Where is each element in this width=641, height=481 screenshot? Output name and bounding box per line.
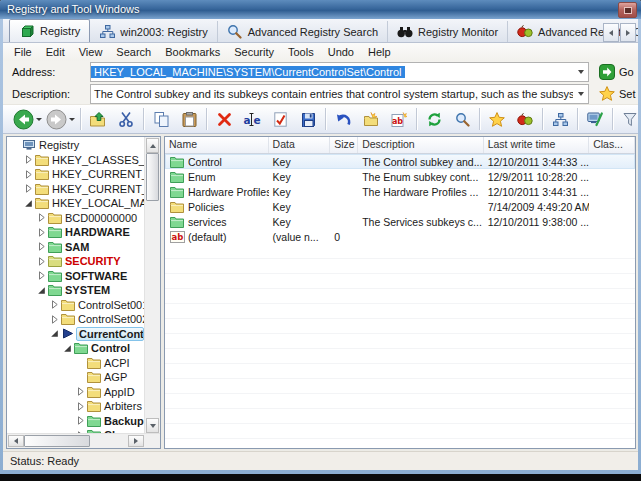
description-dropdown-button[interactable]: [573, 85, 588, 103]
expand-toggle[interactable]: [75, 387, 86, 396]
scroll-left-button[interactable]: [8, 435, 24, 447]
scroll-right-button[interactable]: [128, 435, 144, 447]
tree-item-currentcontrolset[interactable]: CurrentControlSet: [7, 327, 144, 342]
tree-item-software[interactable]: SOFTWARE: [7, 269, 144, 284]
menu-bookmarks[interactable]: Bookmarks: [158, 44, 227, 60]
column-header-name[interactable]: Name: [165, 137, 269, 153]
tab-scroll-right-button[interactable]: [620, 23, 636, 42]
compare-button[interactable]: [511, 106, 539, 132]
tree-item-bcd00000000[interactable]: BCD00000000: [7, 211, 144, 226]
column-header-size[interactable]: Size: [330, 137, 358, 153]
description-combobox[interactable]: The Control subkey and its subkeys conta…: [90, 84, 589, 104]
tab-advanced-registry-search[interactable]: Advanced Registry Search: [218, 21, 388, 42]
tab-win2003-registry[interactable]: win2003: Registry: [90, 21, 217, 42]
refresh-button[interactable]: [420, 106, 448, 132]
menu-undo[interactable]: Undo: [321, 44, 361, 60]
address-dropdown-button[interactable]: [573, 63, 588, 81]
tree-item-acpi[interactable]: ACPI: [7, 356, 144, 371]
expand-toggle[interactable]: [62, 344, 73, 353]
delete-button[interactable]: [210, 106, 238, 132]
expand-toggle[interactable]: [75, 402, 86, 411]
back-button[interactable]: [11, 106, 44, 132]
column-header-description[interactable]: Description: [358, 137, 483, 153]
tab-registry-monitor[interactable]: Registry Monitor: [388, 21, 508, 42]
set-button[interactable]: Set: [599, 86, 636, 101]
menu-help[interactable]: Help: [361, 44, 398, 60]
network-connect-button[interactable]: [546, 106, 574, 132]
tree-item-controlset002[interactable]: ControlSet002: [7, 312, 144, 327]
new-value-button[interactable]: ab: [385, 106, 413, 132]
expand-toggle[interactable]: [49, 300, 60, 309]
column-header-clas[interactable]: Clas...: [589, 137, 635, 153]
rename-button[interactable]: ae: [238, 106, 266, 132]
tree-item-hkey-current-user[interactable]: HKEY_CURRENT_USER: [7, 182, 144, 197]
search-button[interactable]: [448, 106, 476, 132]
menu-view[interactable]: View: [72, 44, 110, 60]
tree-item-sam[interactable]: SAM: [7, 240, 144, 255]
save-button[interactable]: [294, 106, 322, 132]
tree-item-appid[interactable]: AppID: [7, 385, 144, 400]
validate-button[interactable]: [266, 106, 294, 132]
list-row-default[interactable]: ab(default)(value n...0: [165, 229, 635, 244]
tree-horizontal-scrollbar[interactable]: [7, 433, 160, 448]
tree-vertical-scrollbar[interactable]: [144, 137, 160, 434]
expand-toggle[interactable]: [23, 184, 34, 193]
menu-tools[interactable]: Tools: [281, 44, 321, 60]
expand-toggle[interactable]: [23, 170, 34, 179]
new-key-button[interactable]: [357, 106, 385, 132]
cut-button[interactable]: [112, 106, 140, 132]
tree-item-hkey-current-config[interactable]: HKEY_CURRENT_CONFIG: [7, 167, 144, 182]
tab-scroll-left-button[interactable]: [603, 23, 619, 42]
undo-button[interactable]: [329, 106, 357, 132]
favorites-button[interactable]: [483, 106, 511, 132]
tree-item-control[interactable]: Control: [7, 341, 144, 356]
scroll-down-button[interactable]: [146, 418, 159, 433]
menu-security[interactable]: Security: [227, 44, 281, 60]
tree-item-registry[interactable]: Registry: [7, 138, 144, 153]
tree-item-hardware[interactable]: HARDWARE: [7, 225, 144, 240]
list-row-enum[interactable]: EnumKeyThe Enum subkey cont...12/9/2011 …: [165, 169, 635, 184]
expand-toggle[interactable]: [75, 416, 86, 425]
expand-toggle[interactable]: [36, 228, 47, 237]
menu-edit[interactable]: Edit: [39, 44, 72, 60]
tree-item-label: Arbiters: [102, 400, 144, 412]
go-button[interactable]: Go: [599, 64, 634, 80]
expand-toggle[interactable]: [36, 286, 47, 295]
expand-toggle[interactable]: [49, 315, 60, 324]
paste-button[interactable]: [175, 106, 203, 132]
expand-toggle[interactable]: [36, 257, 47, 266]
list-row-policies[interactable]: PoliciesKey7/14/2009 4:49:20 AM: [165, 199, 635, 214]
up-folder-button[interactable]: [84, 106, 112, 132]
expand-toggle[interactable]: [49, 329, 60, 338]
tree-item-hkey-classes-root[interactable]: HKEY_CLASSES_ROOT: [7, 153, 144, 168]
filter-button[interactable]: [616, 106, 638, 132]
list-row-services[interactable]: servicesKeyThe Services subkeys c...12/1…: [165, 214, 635, 229]
copy-button[interactable]: [147, 106, 175, 132]
tree-item-security[interactable]: SECURITY: [7, 254, 144, 269]
tree-item-agp[interactable]: AGP: [7, 370, 144, 385]
expand-toggle[interactable]: [23, 199, 34, 208]
expand-toggle[interactable]: [36, 213, 47, 222]
menu-file[interactable]: File: [7, 44, 39, 60]
menu-search[interactable]: Search: [109, 44, 158, 60]
expand-toggle[interactable]: [23, 155, 34, 164]
expand-toggle[interactable]: [36, 271, 47, 280]
tree-item-controlset001[interactable]: ControlSet001: [7, 298, 144, 313]
list-row-hardware-profiles[interactable]: Hardware ProfilesKeyThe Hardware Profile…: [165, 184, 635, 199]
scrollbar-thumb[interactable]: [24, 435, 90, 447]
list-row-control[interactable]: ControlKeyThe Control subkey and...12/10…: [165, 154, 635, 169]
close-button[interactable]: [618, 2, 637, 18]
expand-toggle[interactable]: [36, 242, 47, 251]
column-header-data[interactable]: Data: [269, 137, 331, 153]
tree-item-backup[interactable]: Backup: [7, 414, 144, 429]
column-header-last-write-time[interactable]: Last write time: [484, 137, 590, 153]
address-combobox[interactable]: HKEY_LOCAL_MACHINE\SYSTEM\CurrentControl…: [90, 62, 589, 82]
tree-item-hkey-local-machine[interactable]: HKEY_LOCAL_MACHINE: [7, 196, 144, 211]
scrollbar-thumb[interactable]: [146, 153, 159, 201]
remote-button[interactable]: [581, 106, 609, 132]
tree-item-arbiters[interactable]: Arbiters: [7, 399, 144, 414]
tab-registry[interactable]: Registry: [9, 19, 90, 42]
scroll-up-button[interactable]: [146, 138, 159, 153]
forward-button[interactable]: [44, 106, 77, 132]
tree-item-system[interactable]: SYSTEM: [7, 283, 144, 298]
